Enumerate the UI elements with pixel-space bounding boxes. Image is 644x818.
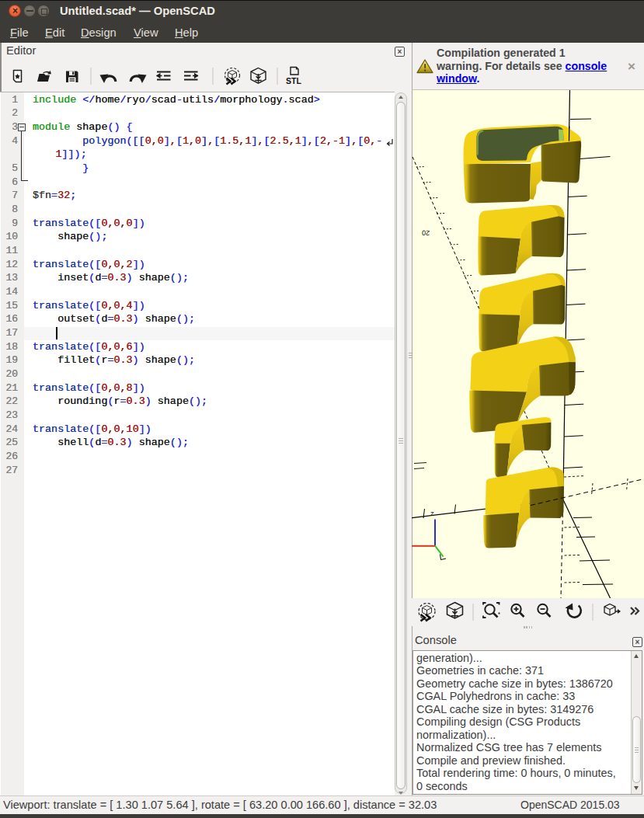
svg-text:20: 20 [422,229,430,238]
svg-text:z: z [430,509,434,517]
svg-text:STL: STL [286,76,301,85]
